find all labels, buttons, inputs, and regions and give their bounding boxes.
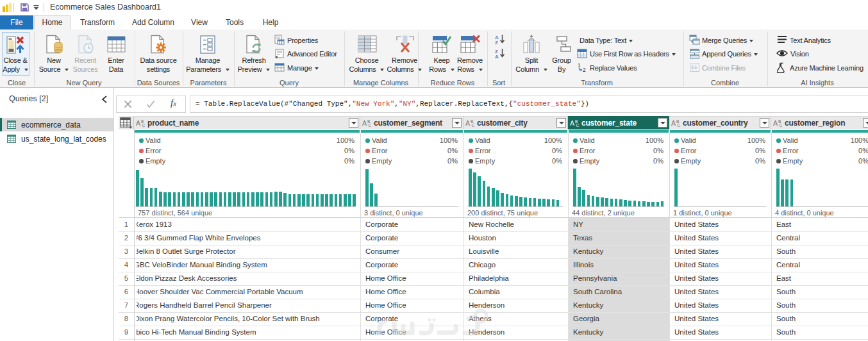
svg-text:A: A bbox=[136, 119, 140, 127]
svg-text:2: 2 bbox=[583, 67, 586, 72]
svg-text:A: A bbox=[362, 119, 367, 127]
svg-text:A: A bbox=[465, 119, 470, 127]
svg-text:1: 1 bbox=[578, 62, 581, 69]
svg-text:A: A bbox=[570, 119, 574, 127]
svg-text:C: C bbox=[678, 123, 681, 127]
svg-text:Z: Z bbox=[495, 40, 498, 45]
svg-text:C: C bbox=[780, 123, 783, 127]
svg-text:A: A bbox=[671, 119, 676, 127]
svg-text:C: C bbox=[576, 123, 580, 127]
svg-text:A: A bbox=[773, 119, 778, 127]
svg-text:C: C bbox=[369, 123, 372, 127]
svg-text:C: C bbox=[142, 123, 146, 127]
svg-text:C: C bbox=[472, 123, 475, 127]
